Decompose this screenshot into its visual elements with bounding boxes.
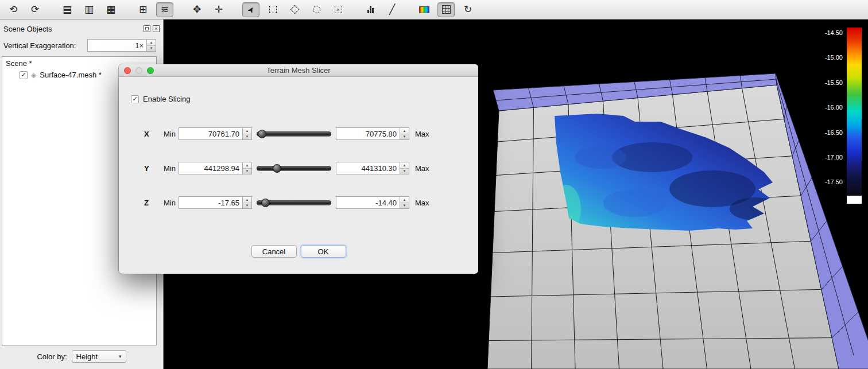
reset-scene-button[interactable]: ⟳: [26, 2, 44, 17]
y-slider-handle[interactable]: [273, 164, 281, 173]
x-max-stepper[interactable]: ▲▼: [400, 127, 409, 140]
y-max-label: Max: [415, 164, 429, 173]
crop-mesh-button[interactable]: ✛: [210, 2, 227, 17]
stepper-down-icon[interactable]: ▼: [243, 168, 251, 174]
save-button[interactable]: ▦: [102, 2, 119, 17]
refresh-scene-icon: ⟲: [9, 3, 17, 15]
stepper-down-icon[interactable]: ▼: [400, 203, 409, 209]
stepper-down-icon[interactable]: ▼: [243, 203, 251, 209]
color-by-row: Color by: Height ▾: [0, 348, 163, 369]
color-scale-tick: -17.50: [825, 178, 843, 185]
stepper-up-icon[interactable]: ▲: [243, 162, 251, 168]
y-min-input[interactable]: [179, 162, 243, 174]
crop-mesh-icon: ✛: [215, 3, 223, 15]
histogram-button[interactable]: [362, 2, 379, 17]
import-file-button[interactable]: ▤: [59, 2, 76, 17]
x-min-label: Min: [164, 130, 179, 138]
clear-selection-button[interactable]: ×: [330, 2, 347, 17]
surface-visibility-checkbox[interactable]: ✓: [20, 71, 28, 79]
x-min-stepper[interactable]: ▲▼: [243, 127, 252, 140]
grid-3d-button[interactable]: [437, 2, 455, 17]
minimize-window-button[interactable]: [135, 67, 142, 74]
color-scale-tick: -16.50: [825, 129, 843, 136]
axis-row-y: Y Min ▲▼ ▲▼ Max: [119, 162, 478, 174]
stepper-up-icon[interactable]: ▲: [243, 128, 251, 134]
enable-slicing-checkbox[interactable]: ✓: [131, 95, 139, 103]
grid-table-button[interactable]: ⊞: [134, 2, 152, 17]
measure-button[interactable]: ╱: [383, 2, 401, 17]
stepper-down-icon[interactable]: ▼: [243, 134, 251, 140]
color-by-dropdown[interactable]: Height ▾: [72, 350, 126, 363]
export-file-button[interactable]: ▥: [80, 2, 98, 17]
z-max-input[interactable]: [336, 196, 400, 209]
z-slider-handle[interactable]: [261, 199, 270, 207]
clear-selection-x: ×: [336, 7, 339, 13]
stepper-up-icon[interactable]: ▲: [400, 197, 409, 203]
close-panel-button[interactable]: ×: [153, 25, 160, 32]
reset-scene-icon: ⟳: [31, 3, 39, 15]
transform-mesh-button[interactable]: ✥: [188, 2, 206, 17]
vertical-exaggeration-input[interactable]: [87, 39, 147, 52]
z-max-label: Max: [415, 199, 429, 207]
stepper-down-icon[interactable]: ▼: [400, 134, 409, 140]
stepper-up-icon[interactable]: ▲: [400, 162, 409, 168]
histogram-icon: [367, 6, 374, 13]
y-max-stepper[interactable]: ▲▼: [400, 162, 409, 174]
mesh-icon: ◈: [31, 71, 36, 79]
x-range-slider[interactable]: [257, 131, 331, 137]
color-scale-gradient: [847, 28, 862, 196]
lasso-select-icon: [313, 6, 320, 13]
close-window-button[interactable]: [124, 67, 131, 74]
z-min-input[interactable]: [179, 196, 243, 209]
colormap-icon: [419, 6, 429, 13]
clear-selection-icon: ×: [335, 6, 342, 13]
y-min-label: Min: [164, 164, 179, 173]
tree-item-label[interactable]: Surface-47.mesh *: [40, 71, 102, 79]
window-controls: [124, 67, 154, 74]
color-by-label: Color by:: [37, 352, 67, 361]
lasso-select-button[interactable]: [308, 2, 325, 17]
checkmark-icon: ✓: [21, 72, 26, 78]
x-slider-handle[interactable]: [258, 130, 266, 138]
ok-button[interactable]: OK: [301, 245, 346, 258]
axis-y-label: Y: [144, 164, 157, 173]
enable-slicing-label: Enable Slicing: [143, 95, 190, 103]
z-max-stepper[interactable]: ▲▼: [400, 196, 409, 209]
y-range-slider[interactable]: [257, 166, 331, 171]
orbit-icon: ↻: [464, 3, 472, 15]
zoom-window-button[interactable]: [147, 67, 154, 74]
layers-button[interactable]: ≋: [156, 2, 173, 17]
color-scale-tick: -14.50: [825, 29, 843, 36]
grid-table-icon: ⊞: [139, 3, 147, 15]
chevron-down-icon: ▾: [119, 354, 122, 359]
stepper-down-icon[interactable]: ▼: [400, 168, 409, 174]
z-range-slider[interactable]: [257, 200, 331, 205]
rect-select-button[interactable]: [264, 2, 281, 17]
x-max-input[interactable]: [336, 127, 400, 140]
orbit-button[interactable]: ↻: [459, 2, 476, 17]
diamond-select-button[interactable]: [286, 2, 303, 17]
stepper-up-icon[interactable]: ▲: [243, 197, 251, 203]
stepper-up-icon[interactable]: ▲: [147, 40, 156, 45]
transform-mesh-icon: ✥: [193, 3, 201, 15]
z-min-stepper[interactable]: ▲▼: [243, 196, 252, 209]
refresh-scene-button[interactable]: ⟲: [5, 2, 22, 17]
y-max-input[interactable]: [336, 162, 400, 174]
z-min-label: Min: [164, 199, 179, 207]
dialog-titlebar[interactable]: Terrain Mesh Slicer: [119, 64, 478, 77]
axis-row-z: Z Min ▲▼ ▲▼ Max: [119, 196, 478, 209]
stepper-down-icon[interactable]: ▼: [147, 45, 156, 52]
toolbar: ⟲ ⟳ ▤ ▥ ▦ ⊞ ≋ ✥ ✛ ➤ × ╱ ↻: [0, 0, 868, 20]
colormap-button[interactable]: [416, 2, 433, 17]
float-panel-button[interactable]: [144, 25, 150, 32]
color-scale-tick: -17.00: [825, 154, 843, 161]
pointer-tool-icon: ➤: [245, 4, 257, 14]
save-icon: ▦: [106, 3, 115, 15]
cancel-button[interactable]: Cancel: [251, 245, 297, 258]
vertical-exaggeration-stepper[interactable]: ▲ ▼: [147, 39, 156, 52]
color-by-value: Height: [76, 352, 98, 361]
pointer-tool-button[interactable]: ➤: [242, 2, 259, 17]
x-min-input[interactable]: [179, 127, 243, 140]
y-min-stepper[interactable]: ▲▼: [243, 162, 252, 174]
stepper-up-icon[interactable]: ▲: [400, 128, 409, 134]
